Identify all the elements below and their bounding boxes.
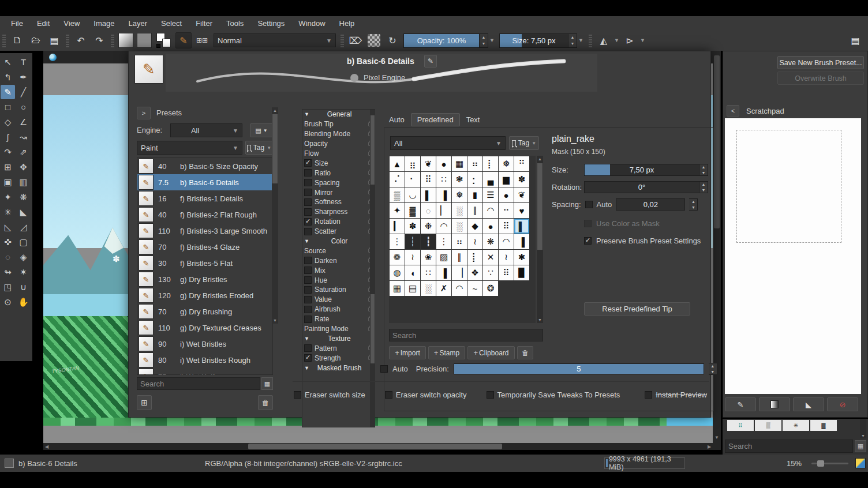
canvas-hscrollbar[interactable]: ◀ ▶ — [43, 443, 713, 450]
brushtip-cell[interactable]: ⠂ — [405, 172, 420, 187]
preset-row[interactable]: ✎7.5b) Basic-6 Details — [137, 174, 272, 190]
option-item-sharpness[interactable]: Sharpness — [302, 207, 375, 217]
opacity-spinner[interactable]: ▲▼ — [480, 33, 488, 48]
canvas-vscrollbar[interactable]: ▼ — [713, 51, 721, 450]
brushtip-cell[interactable]: ❂ — [483, 281, 498, 296]
brushtip-cell[interactable]: ✦ — [390, 203, 405, 218]
brushtip-cell[interactable]: ┇ — [421, 234, 436, 249]
instant-preview-checkbox[interactable] — [645, 391, 652, 399]
menu-filter[interactable]: Filter — [189, 18, 219, 29]
preset-row[interactable]: ✎110f) Bristles-3 Large Smooth — [137, 223, 272, 239]
save-tweaks-checkbox[interactable] — [487, 391, 494, 399]
brushtip-cell[interactable]: ✗ — [436, 281, 451, 296]
preserve-alpha-icon[interactable] — [368, 34, 380, 47]
scratchpad-collapse-button[interactable]: < — [727, 105, 739, 117]
tip-spacing-spinner[interactable]: ▲▼ — [689, 198, 698, 211]
brush-editor-toggle[interactable]: ✎ — [175, 32, 192, 48]
brushtip-cell[interactable]: ♥ — [514, 203, 529, 218]
tag-filter-select[interactable]: Paint▼ — [137, 141, 242, 155]
preset-row[interactable]: ✎16f) Bristles-1 Details — [137, 190, 272, 207]
brushtip-cell[interactable]: ❋ — [483, 234, 498, 249]
hscroll-left-icon[interactable]: ◀ — [43, 443, 50, 450]
brushtip-cell[interactable]: ✱ — [514, 250, 529, 265]
vscroll-down-icon[interactable]: ▼ — [713, 435, 721, 442]
tool-color-sampler-icon[interactable]: ✦ — [1, 190, 15, 204]
option-item-scatter[interactable]: Scatter — [302, 227, 375, 237]
precision-slider[interactable]: 5 — [454, 363, 704, 374]
tool-polygon-icon[interactable]: ◇ — [1, 115, 15, 129]
brushtip-cell[interactable]: ⠿ — [499, 219, 514, 234]
option-item-darken[interactable]: Darken — [302, 256, 375, 265]
preset-search-input[interactable]: Search — [137, 377, 260, 390]
docker-thumb[interactable]: ⠿ — [727, 420, 754, 431]
option-checkbox[interactable] — [304, 344, 312, 352]
tool-ellipse-icon[interactable]: ○ — [16, 100, 31, 114]
tool-rect-select-icon[interactable]: ▢ — [16, 235, 31, 249]
menu-tools[interactable]: Tools — [220, 18, 250, 29]
docker-thumb[interactable]: ▒ — [755, 420, 781, 431]
tool-similar-select-icon[interactable]: ◳ — [1, 280, 15, 294]
size-dropdown-icon[interactable]: ▼ — [577, 33, 585, 48]
preset-search-save-icon[interactable]: ▦ — [261, 377, 273, 390]
brushtip-cell[interactable]: ❅ — [499, 156, 514, 171]
brushtip-cell[interactable]: ∥ — [467, 203, 482, 218]
brushtip-cell[interactable]: ⠒ — [499, 203, 514, 218]
option-checkbox[interactable] — [304, 198, 312, 206]
menu-edit[interactable]: Edit — [31, 18, 56, 29]
tool-line-icon[interactable]: ╱ — [16, 85, 31, 99]
menu-image[interactable]: Image — [87, 18, 121, 29]
option-checkbox[interactable] — [304, 208, 312, 216]
menu-window[interactable]: Window — [292, 18, 331, 29]
pattern-chooser[interactable] — [137, 33, 152, 48]
option-checkbox[interactable] — [304, 296, 312, 303]
opacity-dropdown-icon[interactable]: ▼ — [488, 33, 496, 48]
option-item-value[interactable]: Value — [302, 295, 375, 305]
menu-select[interactable]: Select — [155, 18, 188, 29]
brushtip-cell[interactable]: ▲ — [390, 156, 405, 171]
brushtip-cell[interactable]: ❖ — [467, 265, 482, 280]
docker-preset-thumbnails[interactable]: ⠿▒✳▓ — [727, 420, 837, 431]
tool-edit-shapes-icon[interactable]: ↰ — [1, 70, 15, 84]
brushtip-cell[interactable]: ◖ — [405, 265, 420, 280]
save-new-brush-preset-button[interactable]: Save New Brush Preset... — [777, 56, 864, 69]
scratchpad-clear-button[interactable]: ⊘ — [827, 397, 858, 411]
tool-dynamic-brush-icon[interactable]: ↷ — [1, 145, 15, 159]
preset-row[interactable]: ✎110g) Dry Textured Creases — [137, 320, 272, 336]
reload-preset-icon[interactable]: ↻ — [384, 32, 401, 48]
docker-scrollbar[interactable]: ▼ — [860, 419, 866, 438]
delete-tip-button[interactable]: 🗑 — [517, 346, 533, 359]
option-checkbox[interactable] — [304, 179, 312, 186]
tip-rotation-slider[interactable]: 0° — [584, 181, 699, 193]
option-item-brush-tip[interactable]: Brush Tip — [302, 119, 375, 129]
tool-polygon-select-icon[interactable]: ◈ — [16, 250, 31, 264]
brushtip-cell[interactable]: ▎ — [390, 219, 405, 234]
option-item-blending-mode[interactable]: Blending Mode — [302, 129, 375, 139]
brushtip-cell[interactable]: ⋮ — [436, 234, 451, 249]
brushtip-cell[interactable]: ⠶ — [452, 234, 467, 249]
brushtip-cell[interactable]: ⣶ — [405, 156, 420, 171]
option-checkbox[interactable] — [304, 228, 312, 235]
tab-predefined[interactable]: Predefined — [411, 113, 460, 126]
brushtip-cell[interactable]: ┆ — [405, 234, 420, 249]
brushtip-cell[interactable]: ▆ — [499, 172, 514, 187]
option-item-rotation[interactable]: Rotation — [302, 217, 375, 227]
tip-size-slider[interactable]: 7,50 px — [584, 164, 699, 176]
brushtip-cell[interactable]: ◡ — [405, 187, 420, 202]
preserve-settings-checkbox[interactable] — [584, 237, 592, 245]
preset-list[interactable]: ✎40b) Basic-5 Size Opacity✎7.5b) Basic-6… — [137, 157, 273, 375]
brushtip-cell[interactable]: ◠ — [499, 234, 514, 249]
tool-crop-icon[interactable]: ▣ — [1, 175, 15, 189]
tool-rectangle-icon[interactable]: □ — [1, 100, 15, 114]
brushtip-cell[interactable]: ◠ — [452, 281, 467, 296]
clipboard-button[interactable]: +Clipboard — [467, 346, 515, 359]
brush-options-list[interactable]: ▼GeneralBrush TipBlending ModeOpacityFlo… — [302, 109, 375, 427]
brushtip-cell[interactable]: ⡇ — [467, 250, 482, 265]
tool-zoom-icon[interactable]: ⊙ — [1, 295, 15, 309]
option-item-size[interactable]: Size — [302, 158, 375, 168]
tip-size-spinner[interactable]: ▲▼ — [699, 164, 708, 176]
brushtip-cell[interactable]: ▓ — [405, 203, 420, 218]
option-item-mirror[interactable]: Mirror — [302, 187, 375, 197]
brushtip-cell[interactable]: ❀ — [421, 250, 436, 265]
brushtip-cell[interactable]: ✽ — [405, 219, 420, 234]
overwrite-brush-button[interactable]: Overwrite Brush — [777, 72, 864, 85]
